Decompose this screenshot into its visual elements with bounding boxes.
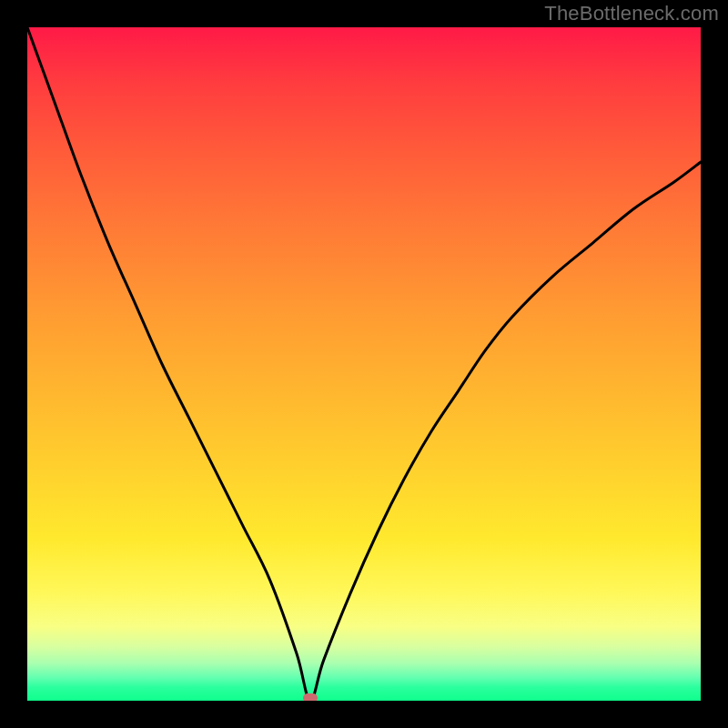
bottleneck-curve: [27, 27, 701, 701]
optimum-marker: [303, 693, 318, 701]
watermark-text: TheBottleneck.com: [544, 2, 719, 25]
curve-svg: [27, 27, 701, 701]
plot-area: [27, 27, 701, 701]
